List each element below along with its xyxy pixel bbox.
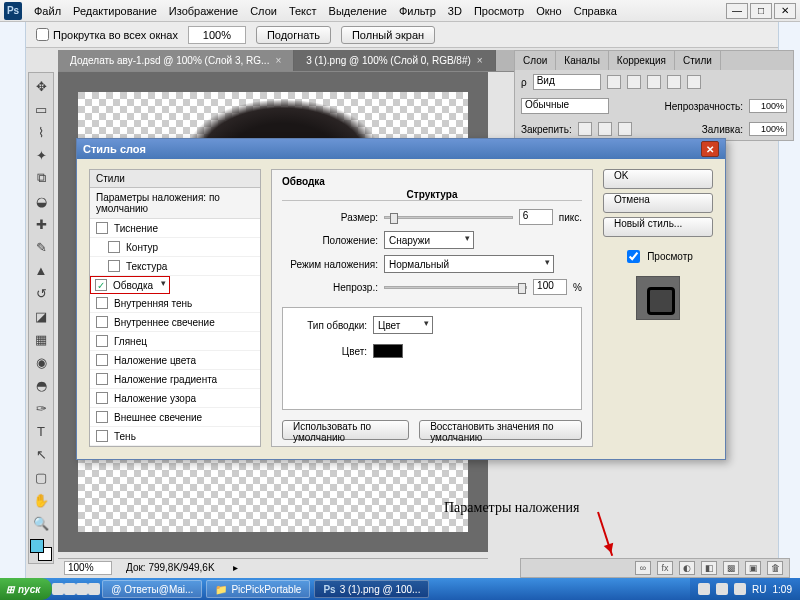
zoom-field[interactable]: 100% [188,26,246,44]
position-select[interactable]: Снаружи [384,231,474,249]
text-tool[interactable]: T [30,420,52,442]
mask-icon[interactable]: ◐ [679,561,695,575]
style-checkbox[interactable] [96,430,108,442]
eraser-tool[interactable]: ◪ [30,305,52,327]
new-style-button[interactable]: Новый стиль... [603,217,713,237]
lang-indicator[interactable]: RU [752,584,766,595]
style-item-наложение-узора[interactable]: Наложение узора [90,389,260,408]
doc-tab-0[interactable]: Доделать аву-1.psd @ 100% (Слой 3, RG...… [58,50,294,71]
blur-tool[interactable]: ◉ [30,351,52,373]
minimize-button[interactable]: — [726,3,748,19]
crop-tool[interactable]: ⧉ [30,167,52,189]
style-checkbox[interactable] [96,222,108,234]
style-checkbox[interactable] [95,279,107,291]
fit-button[interactable]: Подогнать [256,26,331,44]
clock[interactable]: 1:09 [773,584,792,595]
shape-tool[interactable]: ▢ [30,466,52,488]
tray-icon[interactable] [734,583,746,595]
filter-icon[interactable] [607,75,621,89]
style-item-обводка[interactable]: Обводка [90,276,170,294]
eyedropper-tool[interactable]: ◒ [30,190,52,212]
style-item-глянец[interactable]: Глянец [90,332,260,351]
filltype-select[interactable]: Цвет [373,316,433,334]
color-swatches[interactable] [30,539,52,561]
tray-icon[interactable] [716,583,728,595]
brush-tool[interactable]: ✎ [30,236,52,258]
style-checkbox[interactable] [108,241,120,253]
ok-button[interactable]: OK [603,169,713,189]
taskbar-item[interactable]: 📁PicPickPortable [206,580,310,598]
style-item-внутренняя-тень[interactable]: Внутренняя тень [90,294,260,313]
close-icon[interactable]: × [477,55,483,66]
opacity-input[interactable]: 100 [533,279,567,295]
wand-tool[interactable]: ✦ [30,144,52,166]
style-checkbox[interactable] [96,392,108,404]
dialog-close-button[interactable]: ✕ [701,141,719,157]
fullscreen-button[interactable]: Полный экран [341,26,435,44]
style-checkbox[interactable] [96,411,108,423]
marquee-tool[interactable]: ▭ [30,98,52,120]
preview-checkbox[interactable] [627,250,640,263]
style-checkbox[interactable] [96,373,108,385]
tray-icon[interactable] [698,583,710,595]
gradient-tool[interactable]: ▦ [30,328,52,350]
maximize-button[interactable]: □ [750,3,772,19]
reset-default-button[interactable]: Восстановить значения по умолчанию [419,420,582,440]
status-zoom[interactable]: 100% [64,561,112,575]
scroll-all-checkbox[interactable] [36,28,49,41]
menu-view[interactable]: Просмотр [474,5,524,17]
doc-tab-1[interactable]: 3 (1).png @ 100% (Слой 0, RGB/8#)× [294,50,495,71]
ql-icon[interactable] [64,583,76,595]
style-item-внутреннее-свечение[interactable]: Внутреннее свечение [90,313,260,332]
opacity-field[interactable]: 100% [749,99,787,113]
tab-channels[interactable]: Каналы [556,51,609,70]
style-item-тиснение[interactable]: Тиснение [90,219,260,238]
hand-tool[interactable]: ✋ [30,489,52,511]
style-checkbox[interactable] [96,316,108,328]
close-icon[interactable]: × [275,55,281,66]
history-brush-tool[interactable]: ↺ [30,282,52,304]
style-checkbox[interactable] [96,297,108,309]
link-icon[interactable]: ∞ [635,561,651,575]
taskbar-item[interactable]: @ Ответы@Mai... [102,580,202,598]
style-item-тень[interactable]: Тень [90,427,260,446]
zoom-tool[interactable]: 🔍 [30,512,52,534]
lasso-tool[interactable]: ⌇ [30,121,52,143]
heal-tool[interactable]: ✚ [30,213,52,235]
menu-select[interactable]: Выделение [329,5,387,17]
menu-image[interactable]: Изображение [169,5,238,17]
style-item-наложение-цвета[interactable]: Наложение цвета [90,351,260,370]
dialog-titlebar[interactable]: Стиль слоя ✕ [77,139,725,159]
style-checkbox[interactable] [96,354,108,366]
fx-icon[interactable]: fx [657,561,673,575]
taskbar-item[interactable]: Ps3 (1).png @ 100... [314,580,429,598]
tab-adjustments[interactable]: Коррекция [609,51,675,70]
menu-help[interactable]: Справка [574,5,617,17]
close-button[interactable]: ✕ [774,3,796,19]
dodge-tool[interactable]: ◓ [30,374,52,396]
filter-icon[interactable] [687,75,701,89]
path-tool[interactable]: ↖ [30,443,52,465]
style-item-внешнее-свечение[interactable]: Внешнее свечение [90,408,260,427]
ql-icon[interactable] [76,583,88,595]
trash-icon[interactable]: 🗑 [767,561,783,575]
tab-styles[interactable]: Стили [675,51,721,70]
menu-edit[interactable]: Редактирование [73,5,157,17]
size-input[interactable]: 6 [519,209,553,225]
adjustment-icon[interactable]: ◧ [701,561,717,575]
styles-header[interactable]: Стили [90,170,260,188]
style-checkbox[interactable] [96,335,108,347]
color-swatch[interactable] [373,344,403,358]
menu-filter[interactable]: Фильтр [399,5,436,17]
size-slider[interactable] [384,216,513,219]
make-default-button[interactable]: Использовать по умолчанию [282,420,409,440]
blend-mode-select[interactable]: Обычные [521,98,609,114]
style-item-текстура[interactable]: Текстура [90,257,260,276]
menu-layers[interactable]: Слои [250,5,277,17]
menu-text[interactable]: Текст [289,5,317,17]
lock-all-icon[interactable] [618,122,632,136]
blend-select[interactable]: Нормальный [384,255,554,273]
start-button[interactable]: ⊞пуск [0,578,52,600]
filter-icon[interactable] [647,75,661,89]
tab-layers[interactable]: Слои [515,51,556,70]
